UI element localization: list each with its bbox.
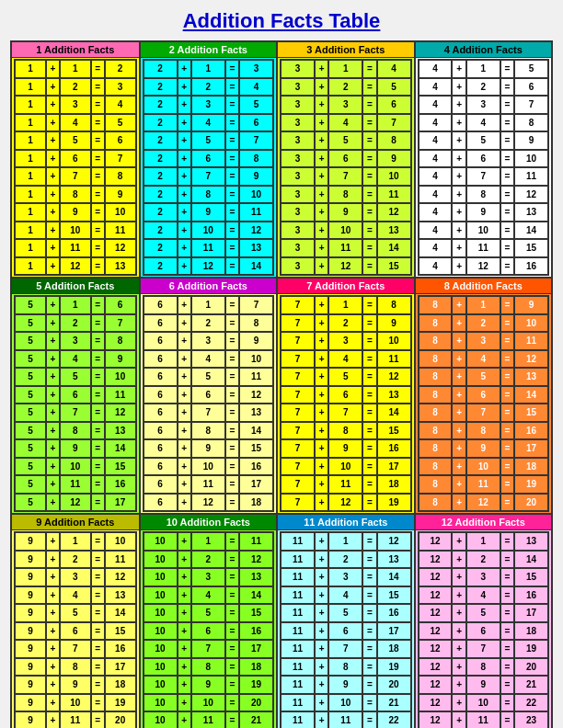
section-2: 2 Addition Facts2+1=32+2=42+3=52+4=62+5=… — [140, 41, 277, 278]
facts-table-9: 9+1=109+2=119+3=129+4=139+5=149+6=159+7=… — [14, 531, 137, 728]
section-5-header: 5 Addition Facts — [12, 279, 139, 294]
facts-table-12: 12+1=1312+2=1412+3=1512+4=1612+5=1712+6=… — [418, 531, 549, 728]
table-row: 2+1=3 — [144, 60, 273, 78]
section-12: 12 Addition Facts12+1=1312+2=1412+3=1512… — [415, 514, 552, 728]
table-row: 2+3=5 — [144, 96, 273, 114]
table-row: 3+1=4 — [281, 60, 410, 78]
table-row: 8+10=18 — [419, 458, 548, 476]
table-row: 6+1=7 — [144, 296, 273, 314]
table-row: 8+11=19 — [419, 475, 548, 494]
table-row: 11+5=16 — [281, 604, 410, 622]
table-row: 3+3=6 — [281, 96, 410, 114]
table-row: 4+12=16 — [419, 257, 548, 276]
table-row: 3+6=9 — [281, 150, 410, 168]
table-row: 12+11=23 — [419, 711, 548, 728]
table-row: 1+10=11 — [15, 222, 136, 240]
table-row: 7+12=19 — [281, 494, 410, 512]
table-row: 6+12=18 — [144, 494, 273, 512]
table-row: 6+9=15 — [144, 439, 273, 458]
section-7: 7 Addition Facts7+1=87+2=97+3=107+4=117+… — [277, 278, 414, 514]
table-row: 10+5=15 — [144, 604, 273, 622]
section-6-header: 6 Addition Facts — [141, 279, 276, 294]
section-11-header: 11 Addition Facts — [278, 515, 413, 530]
table-row: 8+3=11 — [419, 332, 548, 350]
table-row: 5+4=9 — [15, 350, 136, 369]
table-row: 3+4=7 — [281, 114, 410, 132]
table-row: 10+11=21 — [144, 711, 273, 728]
table-row: 6+2=8 — [144, 314, 273, 333]
table-row: 2+10=12 — [144, 222, 273, 240]
table-row: 4+3=7 — [419, 96, 548, 114]
facts-table-4: 4+1=54+2=64+3=74+4=84+5=94+6=104+7=114+8… — [418, 59, 549, 276]
table-row: 7+5=12 — [281, 368, 410, 386]
table-row: 1+8=9 — [15, 186, 136, 204]
table-row: 11+10=21 — [281, 694, 410, 712]
facts-table-2: 2+1=32+2=42+3=52+4=62+5=72+6=82+7=92+8=1… — [143, 59, 274, 276]
table-row: 2+2=4 — [144, 78, 273, 97]
table-row: 8+6=14 — [419, 386, 548, 404]
table-row: 1+6=7 — [15, 150, 136, 168]
table-row: 6+6=12 — [144, 386, 273, 404]
section-4: 4 Addition Facts4+1=54+2=64+3=74+4=84+5=… — [415, 41, 552, 278]
table-row: 3+8=11 — [281, 186, 410, 204]
table-row: 1+1=2 — [15, 60, 136, 78]
facts-table-6: 6+1=76+2=86+3=96+4=106+5=116+6=126+7=136… — [143, 295, 274, 512]
table-row: 7+6=13 — [281, 386, 410, 404]
section-6: 6 Addition Facts6+1=76+2=86+3=96+4=106+5… — [140, 278, 277, 514]
table-row: 11+4=15 — [281, 586, 410, 605]
table-row: 5+12=17 — [15, 494, 136, 512]
table-row: 2+5=7 — [144, 131, 273, 150]
section-2-header: 2 Addition Facts — [141, 42, 276, 58]
table-row: 12+10=22 — [419, 694, 548, 712]
table-row: 7+7=14 — [281, 404, 410, 422]
table-row: 8+9=17 — [419, 439, 548, 458]
table-row: 7+1=8 — [281, 296, 410, 314]
table-row: 1+3=4 — [15, 96, 136, 114]
table-row: 4+11=15 — [419, 239, 548, 257]
table-row: 5+11=16 — [15, 475, 136, 494]
table-row: 10+1=11 — [144, 532, 273, 551]
facts-table-11: 11+1=1211+2=1311+3=1411+4=1511+5=1611+6=… — [280, 531, 411, 728]
table-row: 11+6=17 — [281, 622, 410, 641]
table-row: 11+1=12 — [281, 532, 410, 551]
table-row: 5+5=10 — [15, 368, 136, 386]
table-row: 10+10=20 — [144, 694, 273, 712]
table-row: 5+3=8 — [15, 332, 136, 350]
table-row: 1+5=6 — [15, 131, 136, 150]
facts-table-5: 5+1=65+2=75+3=85+4=95+5=105+6=115+7=125+… — [14, 295, 137, 512]
section-10-header: 10 Addition Facts — [141, 515, 276, 530]
table-row: 1+11=12 — [15, 239, 136, 257]
table-row: 9+2=11 — [15, 551, 136, 569]
table-row: 10+8=18 — [144, 658, 273, 677]
table-row: 1+12=13 — [15, 257, 136, 276]
table-row: 4+6=10 — [419, 150, 548, 168]
table-row: 8+7=15 — [419, 404, 548, 422]
section-8-header: 8 Addition Facts — [416, 279, 551, 294]
table-row: 9+4=13 — [15, 586, 136, 605]
table-row: 6+8=14 — [144, 422, 273, 440]
table-row: 7+10=17 — [281, 458, 410, 476]
table-row: 12+4=16 — [419, 586, 548, 605]
table-row: 4+1=5 — [419, 60, 548, 78]
table-row: 5+6=11 — [15, 386, 136, 404]
table-row: 2+9=11 — [144, 203, 273, 222]
section-9: 9 Addition Facts9+1=109+2=119+3=129+4=13… — [11, 514, 140, 728]
table-row: 2+8=10 — [144, 186, 273, 204]
table-row: 12+1=13 — [419, 532, 548, 551]
table-row: 10+9=19 — [144, 676, 273, 694]
section-12-header: 12 Addition Facts — [416, 515, 551, 530]
table-row: 11+11=22 — [281, 711, 410, 728]
table-row: 5+2=7 — [15, 314, 136, 333]
section-7-header: 7 Addition Facts — [278, 279, 413, 294]
table-row: 7+3=10 — [281, 332, 410, 350]
section-9-header: 9 Addition Facts — [12, 515, 139, 530]
table-row: 10+2=12 — [144, 551, 273, 569]
table-row: 6+11=17 — [144, 475, 273, 494]
table-row: 8+1=9 — [419, 296, 548, 314]
table-row: 7+11=18 — [281, 475, 410, 494]
table-row: 7+2=9 — [281, 314, 410, 333]
table-row: 12+7=19 — [419, 640, 548, 658]
table-row: 12+8=20 — [419, 658, 548, 677]
table-row: 3+5=8 — [281, 131, 410, 150]
table-row: 5+10=15 — [15, 458, 136, 476]
